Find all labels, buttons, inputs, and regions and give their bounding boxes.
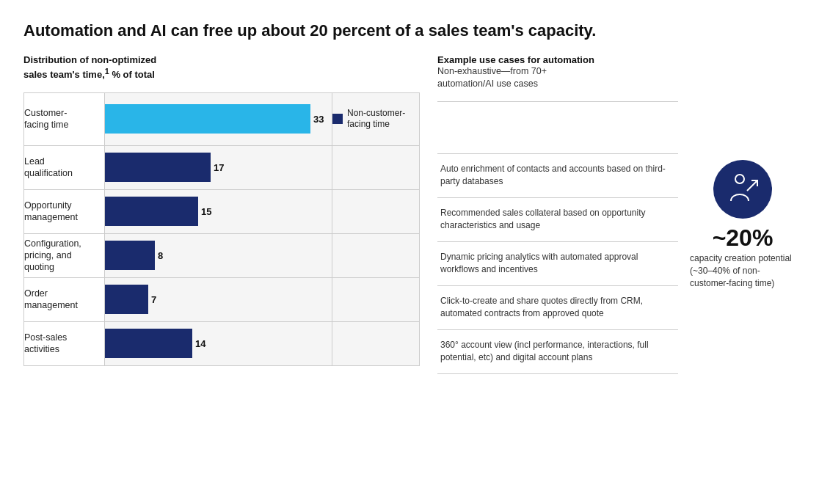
legend-cell: Non-customer-facing time — [332, 92, 420, 145]
bar-fill-navy — [105, 329, 192, 358]
bar-fill-navy — [105, 241, 155, 270]
row-label: Configuration,pricing, and quoting — [24, 233, 105, 277]
percent-desc: capacity creation potential (~30–40% of … — [690, 252, 796, 289]
svg-line-1 — [747, 180, 757, 191]
use-case-row: Dynamic pricing analytics with automated… — [437, 242, 678, 286]
bar-value: 14 — [195, 338, 205, 349]
bar-fill-navy — [105, 197, 198, 226]
legend-item: Non-customer-facing time — [332, 108, 419, 131]
svg-point-0 — [735, 175, 744, 183]
bar-cell: 17 — [105, 145, 332, 189]
chart-header-line2: sales team's time, — [23, 70, 105, 81]
use-case-row: Click-to-create and share quotes directl… — [437, 286, 678, 330]
legend-box-navy — [332, 114, 343, 124]
use-case-row: Auto enrichment of contacts and accounts… — [437, 154, 678, 198]
use-case-text — [437, 122, 443, 134]
use-cases-section: Example use cases for automation Non-exh… — [420, 54, 678, 374]
empty-cell — [332, 233, 420, 277]
bar: 14 — [105, 329, 205, 358]
row-label: Post-salesactivities — [24, 321, 105, 365]
use-case-text: Dynamic pricing analytics with automated… — [437, 245, 678, 282]
percent-big: ~20% — [713, 226, 774, 249]
use-cases-header: Example use cases for automation Non-exh… — [437, 54, 678, 91]
bar: 7 — [105, 285, 156, 314]
use-cases-title: Example use cases for automation — [437, 54, 678, 65]
bar-value: 33 — [313, 114, 324, 125]
use-case-text: Auto enrichment of contacts and accounts… — [437, 157, 678, 194]
page-container: Automation and AI can free up about 20 p… — [23, 21, 796, 374]
use-case-row — [437, 101, 678, 154]
bar-fill-cyan — [105, 104, 310, 134]
empty-cell — [332, 145, 420, 189]
bar-value: 7 — [151, 294, 156, 305]
table-row: Leadqualification 17 — [24, 145, 420, 189]
sidebar-20-section: ~20% capacity creation potential (~30–40… — [678, 54, 796, 374]
use-case-text: 360° account view (incl performance, int… — [437, 333, 678, 370]
bar: 33 — [105, 104, 324, 134]
table-row: Post-salesactivities 14 — [24, 321, 420, 365]
person-arrow-svg — [724, 170, 762, 208]
table-row: Ordermanagement 7 — [24, 277, 420, 321]
bar-value: 17 — [214, 162, 224, 173]
legend-label: Non-customer-facing time — [347, 108, 405, 131]
empty-cell — [332, 277, 420, 321]
chart-table: Customer-facing time 33 Non-customer-fac… — [23, 92, 420, 366]
bar-fill-navy — [105, 285, 148, 314]
use-case-text: Click-to-create and share quotes directl… — [437, 289, 678, 326]
bar-value: 8 — [158, 250, 163, 261]
bar-value: 15 — [201, 206, 211, 217]
chart-header-line1: Distribution of non-optimized — [23, 54, 156, 65]
chart-header: Distribution of non-optimized sales team… — [23, 54, 420, 82]
bar-cell: 7 — [105, 277, 332, 321]
table-row: Customer-facing time 33 Non-customer-fac… — [24, 92, 420, 145]
chart-section: Distribution of non-optimized sales team… — [23, 54, 420, 374]
main-title: Automation and AI can free up about 20 p… — [23, 21, 796, 41]
bar-cell: 14 — [105, 321, 332, 365]
bar: 8 — [105, 241, 163, 270]
row-label: Opportunitymanagement — [24, 189, 105, 233]
bar-cell: 15 — [105, 189, 332, 233]
row-label: Customer-facing time — [24, 92, 105, 145]
bar-cell: 33 — [105, 92, 332, 145]
capacity-icon — [713, 160, 772, 219]
bar: 15 — [105, 197, 211, 226]
bar-fill-navy — [105, 153, 211, 182]
row-label: Ordermanagement — [24, 277, 105, 321]
use-case-row: Recommended sales collateral based on op… — [437, 198, 678, 242]
content-area: Distribution of non-optimized sales team… — [23, 54, 796, 374]
chart-header-line3: % of total — [109, 70, 155, 81]
use-case-text: Recommended sales collateral based on op… — [437, 201, 678, 238]
row-label: Leadqualification — [24, 145, 105, 189]
bar: 17 — [105, 153, 224, 182]
use-cases-list: Auto enrichment of contacts and accounts… — [437, 101, 678, 374]
table-row: Opportunitymanagement 15 — [24, 189, 420, 233]
empty-cell — [332, 189, 420, 233]
use-case-row: 360° account view (incl performance, int… — [437, 330, 678, 374]
bar-cell: 8 — [105, 233, 332, 277]
table-row: Configuration,pricing, and quoting 8 — [24, 233, 420, 277]
empty-cell — [332, 321, 420, 365]
use-cases-subtitle: Non-exhaustive—from 70+automation/AI use… — [437, 65, 678, 91]
